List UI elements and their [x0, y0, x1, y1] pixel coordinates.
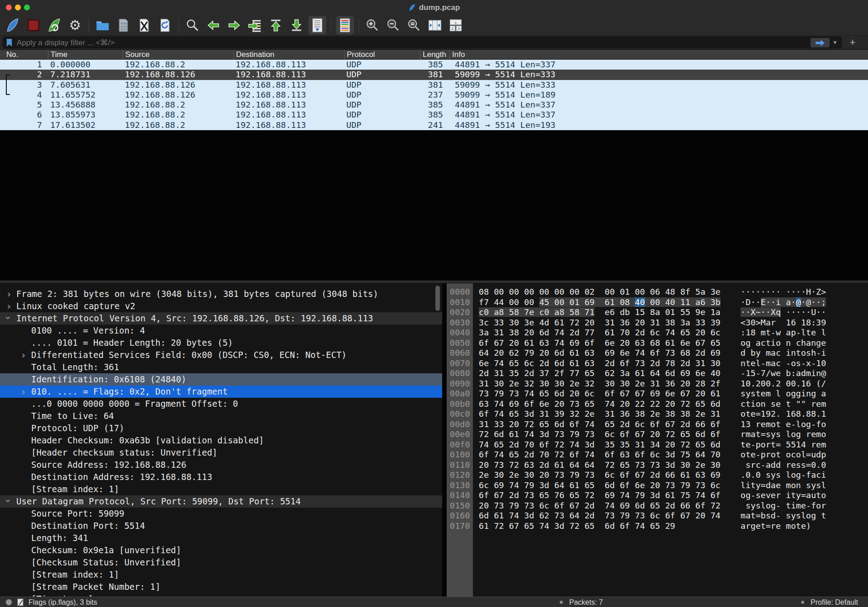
hex-row-0150[interactable]: 015020 73 79 73 6c 6f 67 2d 74 69 6d 65 …: [447, 501, 868, 511]
hex-row-0050[interactable]: 00506f 67 20 61 63 74 69 6f 6e 20 63 68 …: [447, 338, 868, 348]
detail-row-16[interactable]: [Stream index: 1]: [0, 483, 442, 495]
hex-row-0020[interactable]: 0020c0 a8 58 7e c0 a8 58 71 e6 db 15 8a …: [447, 307, 868, 318]
chevron-right-icon[interactable]: ›: [20, 386, 26, 398]
chevron-down-icon[interactable]: ›: [2, 315, 14, 321]
resize-columns-button[interactable]: [426, 16, 444, 35]
hex-row-00b0[interactable]: 00b063 74 69 6f 6e 20 73 65 74 20 22 22 …: [447, 399, 868, 409]
packet-row-5[interactable]: 513.456888192.168.88.2192.168.88.113UDP3…: [0, 100, 868, 110]
column-header-destination[interactable]: Destination: [233, 50, 344, 60]
hex-row-0160[interactable]: 01606d 61 74 3d 62 73 64 2d 73 79 73 6c …: [447, 511, 868, 521]
hex-row-0090[interactable]: 009031 30 2e 32 30 30 2e 32 30 30 2e 31 …: [447, 379, 868, 389]
packet-row-3[interactable]: 37.605631192.168.88.126192.168.88.113UDP…: [0, 80, 868, 90]
packet-row-1[interactable]: 10.000000192.168.88.2192.168.88.113UDP38…: [0, 60, 868, 70]
stop-capture-button[interactable]: [24, 16, 42, 35]
go-to-packet-button[interactable]: [246, 16, 264, 35]
hex-row-00e0[interactable]: 00e072 6d 61 74 3d 73 79 73 6c 6f 67 20 …: [447, 429, 868, 440]
hex-row-0120[interactable]: 01202e 30 2e 30 20 73 79 73 6c 6f 67 2d …: [447, 470, 868, 480]
chevron-right-icon[interactable]: ›: [20, 349, 26, 361]
save-file-button[interactable]: 010101100111: [114, 16, 132, 35]
zoom-in-button[interactable]: [363, 16, 382, 35]
go-to-first-button[interactable]: [267, 16, 285, 35]
pane-splitter[interactable]: [0, 280, 868, 283]
packet-row-2[interactable]: 27.218731192.168.88.126192.168.88.113UDP…: [0, 70, 868, 80]
find-packet-button[interactable]: [184, 16, 202, 35]
hex-row-0010[interactable]: 0010f7 44 00 00 45 00 01 69 61 08 40 00 …: [447, 297, 868, 308]
filter-dropdown-caret[interactable]: ▼: [832, 39, 838, 46]
detail-row-5[interactable]: ›Differentiated Services Field: 0x00 (DS…: [0, 349, 442, 361]
hex-row-0100[interactable]: 01006f 74 65 2d 70 72 6f 74 6f 63 6f 6c …: [447, 450, 868, 460]
hex-row-0060[interactable]: 006064 20 62 79 20 6d 61 63 69 6e 74 6f …: [447, 348, 868, 358]
column-header-info[interactable]: Info: [449, 50, 868, 60]
hex-row-00c0[interactable]: 00c06f 74 65 3d 31 39 32 2e 31 36 38 2e …: [447, 409, 868, 419]
hex-row-0130[interactable]: 01306c 69 74 79 3d 64 61 65 6d 6f 6e 20 …: [447, 480, 868, 491]
detail-row-4[interactable]: .... 0101 = Header Length: 20 bytes (5): [0, 337, 442, 349]
details-scrollbar-thumb[interactable]: [435, 286, 440, 311]
detail-row-15[interactable]: Destination Address: 192.168.88.113: [0, 471, 442, 483]
chevron-down-icon[interactable]: ›: [2, 498, 14, 504]
display-filter-input[interactable]: Apply a display filter ... <⌘/> ▼: [3, 37, 842, 48]
go-to-last-button[interactable]: [288, 16, 306, 35]
go-back-button[interactable]: [204, 16, 222, 35]
detail-row-25[interactable]: ›[Timestamps]: [0, 593, 442, 597]
hex-row-0080[interactable]: 00802d 31 35 2d 37 2f 77 65 62 3a 61 64 …: [447, 368, 868, 379]
detail-row-3[interactable]: 0100 .... = Version: 4: [0, 325, 442, 337]
detail-row-22[interactable]: [Checksum Status: Unverified]: [0, 556, 442, 569]
detail-row-23[interactable]: [Stream index: 1]: [0, 569, 442, 581]
restart-capture-button[interactable]: [45, 16, 63, 35]
packet-row-4[interactable]: 411.655752192.168.88.126192.168.88.113UD…: [0, 90, 868, 100]
expert-info-icon[interactable]: [5, 599, 12, 606]
go-forward-button[interactable]: [225, 16, 243, 35]
zoom-original-button[interactable]: [405, 16, 423, 35]
add-filter-button[interactable]: +: [846, 37, 859, 48]
packet-row-7[interactable]: 717.613502192.168.88.2192.168.88.113UDP2…: [0, 120, 868, 130]
layout-chooser-button[interactable]: 123: [447, 16, 465, 35]
column-header-no[interactable]: No.: [0, 50, 48, 60]
hex-row-0030[interactable]: 00303c 33 30 3e 4d 61 72 20 31 36 20 31 …: [447, 318, 868, 328]
detail-row-24[interactable]: [Stream Packet Number: 1]: [0, 581, 442, 593]
detail-row-0[interactable]: ›Frame 2: 381 bytes on wire (3048 bits),…: [0, 288, 442, 300]
chevron-right-icon[interactable]: ›: [6, 300, 12, 312]
hex-row-0140[interactable]: 01406f 67 2d 73 65 76 65 72 69 74 79 3d …: [447, 490, 868, 501]
hex-row-0000[interactable]: 000008 00 00 00 00 00 00 02 00 01 00 06 …: [447, 287, 868, 297]
zoom-out-button[interactable]: [384, 16, 402, 35]
detail-row-1[interactable]: ›Linux cooked capture v2: [0, 300, 442, 312]
detail-row-11[interactable]: Protocol: UDP (17): [0, 422, 442, 434]
column-header-protocol[interactable]: Protocol: [344, 50, 420, 60]
detail-row-10[interactable]: Time to Live: 64: [0, 410, 442, 422]
hex-row-00d0[interactable]: 00d031 33 20 72 65 6d 6f 74 65 2d 6c 6f …: [447, 419, 868, 430]
reload-file-button[interactable]: [156, 16, 174, 35]
hex-row-00f0[interactable]: 00f074 65 2d 70 6f 72 74 3d 35 35 31 34 …: [447, 440, 868, 450]
close-file-button[interactable]: [135, 16, 153, 35]
apply-filter-button[interactable]: [811, 38, 830, 47]
detail-row-20[interactable]: Length: 341: [0, 532, 442, 544]
open-file-button[interactable]: [94, 16, 112, 35]
column-header-source[interactable]: Source: [123, 50, 233, 60]
hex-row-0070[interactable]: 00706e 74 65 6c 2d 6d 61 63 2d 6f 73 2d …: [447, 358, 868, 369]
start-capture-button[interactable]: [4, 16, 22, 35]
detail-row-12[interactable]: Header Checksum: 0xa63b [validation disa…: [0, 434, 442, 447]
detail-row-8[interactable]: ›010. .... = Flags: 0x2, Don't fragment: [0, 386, 442, 398]
column-header-length[interactable]: Length: [420, 50, 449, 60]
packet-row-6[interactable]: 613.855973192.168.88.2192.168.88.113UDP3…: [0, 110, 868, 120]
chevron-right-icon[interactable]: ›: [20, 593, 26, 597]
detail-row-19[interactable]: Destination Port: 5514: [0, 520, 442, 532]
chevron-right-icon[interactable]: ›: [6, 288, 12, 300]
capture-comment-icon[interactable]: [17, 598, 24, 606]
capture-options-button[interactable]: ⚙: [66, 16, 84, 35]
hex-row-0110[interactable]: 011020 73 72 63 2d 61 64 64 72 65 73 73 …: [447, 460, 868, 471]
detail-row-18[interactable]: Source Port: 59099: [0, 508, 442, 520]
column-header-time[interactable]: Time: [48, 50, 123, 60]
detail-row-9[interactable]: ...0 0000 0000 0000 = Fragment Offset: 0: [0, 398, 442, 410]
hex-row-0040[interactable]: 00403a 31 38 20 6d 74 2d 77 61 70 2d 6c …: [447, 328, 868, 338]
detail-row-7[interactable]: Identification: 0x6108 (24840): [0, 373, 442, 386]
detail-row-17[interactable]: ›User Datagram Protocol, Src Port: 59099…: [0, 495, 442, 508]
detail-row-14[interactable]: Source Address: 192.168.88.126: [0, 459, 442, 471]
colorize-toggle[interactable]: [336, 16, 354, 35]
detail-row-21[interactable]: Checksum: 0x9e1a [unverified]: [0, 544, 442, 556]
detail-row-6[interactable]: Total Length: 361: [0, 361, 442, 373]
status-profile[interactable]: Profile: Default: [811, 598, 858, 607]
detail-row-2[interactable]: ›Internet Protocol Version 4, Src: 192.1…: [0, 312, 442, 325]
filter-bookmark-icon[interactable]: [5, 38, 13, 47]
auto-scroll-toggle[interactable]: [308, 16, 326, 35]
hex-row-0170[interactable]: 017061 72 67 65 74 3d 72 65 6d 6f 74 65 …: [447, 521, 868, 532]
